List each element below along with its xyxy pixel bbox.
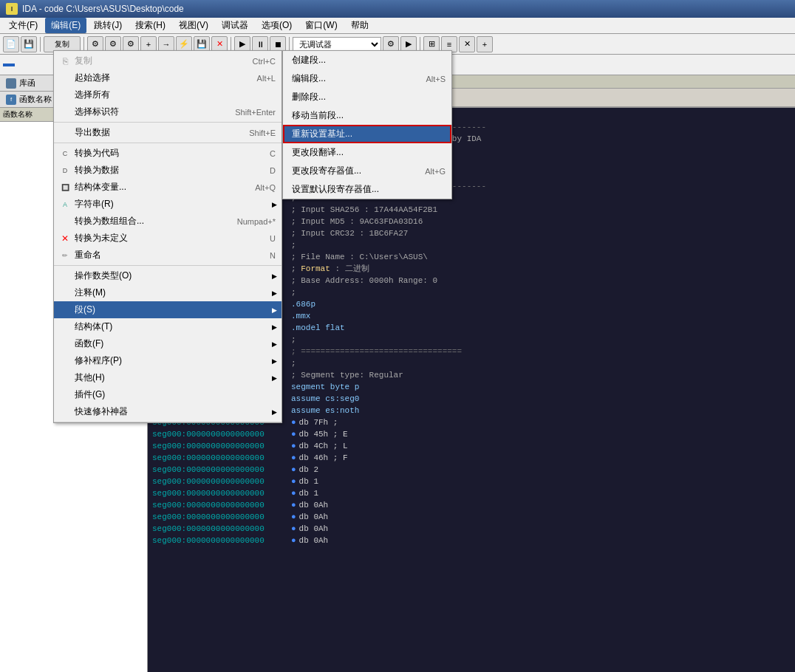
submenu-create-seg[interactable]: 创建段... [283, 51, 451, 69]
menu-struct[interactable]: 结构体(T) [54, 318, 282, 335]
menu-undef[interactable]: ✕ 转换为未定义 U [54, 230, 282, 247]
menu-select-id[interactable]: 选择标识符 Shift+Enter [54, 103, 282, 120]
menu-struct-var[interactable]: 🔲 结构体变量... Alt+Q [54, 179, 282, 196]
submenu-rebase[interactable]: 重新设置基址... [283, 125, 451, 143]
menu-to-data[interactable]: D 转换为数据 D [54, 162, 282, 179]
to-code-icon: C [58, 147, 72, 160]
submenu-edit-seg[interactable]: 编辑段... Alt+S [283, 69, 451, 88]
context-menu-overlay[interactable]: ⎘ 复制 Ctrl+C 起始选择 Alt+L 选择所有 选择标识符 Shift+… [0, 0, 795, 672]
submenu-change-trans[interactable]: 更改段翻译... [283, 143, 451, 162]
submenu-move-seg[interactable]: 移动当前段... [283, 106, 451, 125]
menu-section-2: 导出数据 Shift+E [54, 123, 282, 143]
menu-select-all[interactable]: 选择所有 [54, 86, 282, 103]
submenu-change-reg[interactable]: 更改段寄存器值... Alt+G [283, 162, 451, 180]
string-icon: A [58, 198, 72, 211]
menu-rename[interactable]: ✏ 重命名 N [54, 247, 282, 264]
menu-segment[interactable]: 段(S) [54, 301, 282, 318]
submenu-segment: 创建段... 编辑段... Alt+S 删除段... 移动当前段... 重新设置… [282, 50, 452, 199]
edit-menu: ⎘ 复制 Ctrl+C 起始选择 Alt+L 选择所有 选择标识符 Shift+… [53, 50, 282, 423]
menu-operand-type[interactable]: 操作数类型(O) [54, 267, 282, 284]
submenu-set-default-reg[interactable]: 设置默认段寄存器值... [283, 180, 451, 199]
undef-icon: ✕ [58, 232, 72, 245]
menu-export[interactable]: 导出数据 Shift+E [54, 124, 282, 141]
rename-icon: ✏ [58, 249, 72, 262]
menu-section-4: 操作数类型(O) 注释(M) 段(S) 结构体(T) 函数(F) 修补程序(P)… [54, 266, 282, 422]
menu-to-code[interactable]: C 转换为代码 C [54, 145, 282, 162]
menu-start-select[interactable]: 起始选择 Alt+L [54, 69, 282, 86]
struct-icon: 🔲 [58, 181, 72, 194]
menu-array[interactable]: 转换为数组组合... Numpad+* [54, 213, 282, 230]
menu-patch[interactable]: 修补程序(P) [54, 352, 282, 369]
menu-comment[interactable]: 注释(M) [54, 284, 282, 301]
menu-copy[interactable]: ⎘ 复制 Ctrl+C [54, 52, 282, 69]
menu-section-3: C 转换为代码 C D 转换为数据 D 🔲 结构体变量... Alt+Q A 字… [54, 143, 282, 266]
menu-string[interactable]: A 字符串(R) [54, 196, 282, 213]
copy-icon: ⎘ [58, 55, 72, 68]
submenu-delete-seg[interactable]: 删除段... [283, 88, 451, 106]
menu-section-1: ⎘ 复制 Ctrl+C 起始选择 Alt+L 选择所有 选择标识符 Shift+… [54, 51, 282, 123]
menu-other[interactable]: 其他(H) [54, 369, 282, 386]
to-data-icon: D [58, 164, 72, 177]
menu-plugin[interactable]: 插件(G) [54, 386, 282, 403]
menu-function[interactable]: 函数(F) [54, 335, 282, 352]
menu-quick-patch[interactable]: 快速修补神器 [54, 403, 282, 420]
